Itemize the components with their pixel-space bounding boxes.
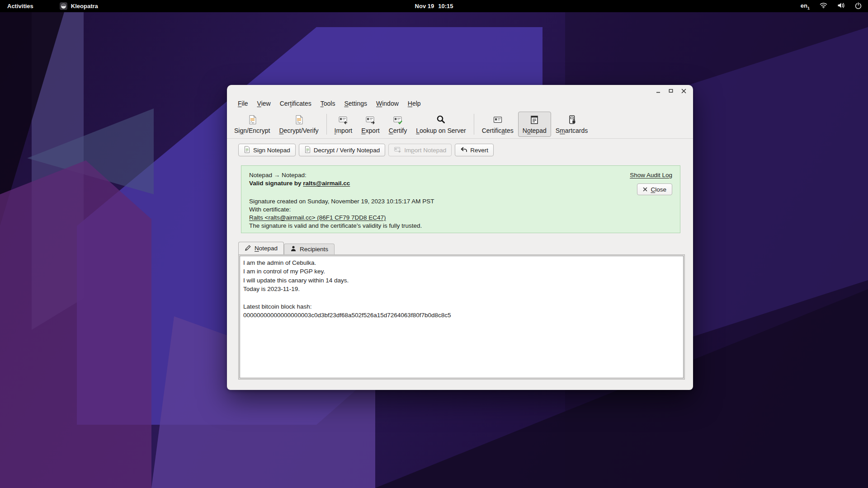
clock-date: Nov 19	[415, 3, 434, 9]
signer-email-link[interactable]: ralts@airmail.cc	[303, 180, 350, 187]
smartcards-view-button[interactable]: Smartcards	[551, 112, 593, 137]
menu-help[interactable]: Help	[403, 98, 425, 109]
lookup-label: Lookup on Server	[416, 127, 466, 134]
minimize-button[interactable]	[654, 87, 662, 95]
revert-button[interactable]: Revert	[455, 144, 494, 156]
valid-signature-prefix: Valid signature by	[249, 180, 303, 187]
main-toolbar: Sign/Encrypt Decrypt/Verify	[227, 110, 693, 139]
import-notepad-button[interactable]: Import Notepad	[388, 144, 452, 156]
result-validity-line: The signature is valid and the certifica…	[249, 222, 434, 230]
kleopatra-app-icon	[60, 2, 67, 10]
menu-certificates[interactable]: Certificates	[275, 98, 316, 109]
undo-icon	[460, 146, 467, 154]
sign-document-icon	[247, 114, 258, 127]
result-source-line: Notepad → Notepad:	[249, 171, 434, 179]
smartcard-icon	[566, 114, 577, 127]
verify-document-icon	[293, 114, 304, 127]
show-audit-log-link[interactable]: Show Audit Log	[630, 172, 672, 178]
person-icon	[290, 245, 297, 253]
verification-result-banner: Notepad → Notepad: Valid signature by ra…	[241, 165, 680, 233]
sign-notepad-button[interactable]: Sign Notepad	[238, 144, 296, 156]
certify-label: Certify	[389, 127, 407, 134]
import-notepad-label: Import Notepad	[404, 147, 446, 154]
sign-notepad-icon	[244, 146, 250, 155]
result-with-certificate-label: With certificate:	[249, 206, 434, 214]
activities-button[interactable]: Activities	[7, 3, 33, 9]
toolbar-separator	[474, 114, 474, 135]
window-titlebar[interactable]	[227, 85, 693, 97]
power-icon[interactable]	[855, 2, 862, 10]
close-result-button[interactable]: Close	[637, 183, 672, 195]
certificates-label: Certificates	[482, 127, 514, 134]
notepad-action-bar: Sign Notepad Decrypt / Verify Notepad	[238, 144, 494, 156]
certificates-view-button[interactable]: Certificates	[477, 112, 518, 137]
menu-window[interactable]: Window	[372, 98, 403, 109]
notepad-icon	[529, 114, 540, 127]
decrypt-verify-label: Decrypt/Verify	[279, 127, 318, 134]
certify-certificate-icon	[392, 114, 403, 127]
keyboard-layout-index: 1	[807, 5, 810, 10]
wifi-icon[interactable]	[820, 2, 827, 10]
tab-recipients-label: Recipients	[300, 246, 328, 253]
close-icon	[643, 186, 647, 193]
notepad-view-button[interactable]: Notepad	[518, 112, 551, 137]
import-button[interactable]: Import	[330, 112, 357, 137]
clock-button[interactable]: Nov 19 10:15	[415, 0, 453, 12]
keyboard-layout-indicator[interactable]: en1	[801, 2, 810, 10]
certificate-link[interactable]: Ralts <ralts@airmail.cc> (86F1 CF79 7DD8…	[249, 214, 386, 221]
sign-notepad-label: Sign Notepad	[253, 147, 290, 154]
decrypt-verify-notepad-label: Decrypt / Verify Notepad	[314, 147, 380, 154]
decrypt-verify-notepad-button[interactable]: Decrypt / Verify Notepad	[299, 144, 385, 156]
clock-time: 10:15	[438, 3, 453, 9]
tab-notepad[interactable]: Notepad	[238, 242, 284, 254]
notepad-editor-frame: I am the admin of Cebulka. I am in contr…	[238, 254, 685, 380]
tab-recipients[interactable]: Recipients	[284, 244, 335, 254]
smartcards-label: Smartcards	[556, 127, 588, 134]
export-certificate-icon	[365, 114, 376, 127]
tab-notepad-label: Notepad	[255, 245, 278, 252]
certificates-icon	[492, 114, 503, 127]
lookup-on-server-button[interactable]: Lookup on Server	[411, 112, 471, 137]
import-certificate-icon	[338, 114, 349, 127]
top-bar: Activities Kleopatra Nov 19 10:15 en1	[0, 0, 868, 12]
close-window-button[interactable]	[679, 87, 688, 95]
focused-app-name: Kleopatra	[71, 3, 98, 9]
keyboard-layout-code: en	[801, 2, 807, 9]
certify-button[interactable]: Certify	[384, 112, 411, 137]
search-icon	[435, 114, 446, 127]
verify-notepad-icon	[304, 146, 311, 155]
pencil-icon	[245, 244, 251, 253]
maximize-button[interactable]	[667, 87, 675, 95]
sign-encrypt-button[interactable]: Sign/Encrypt	[230, 112, 274, 137]
toolbar-separator	[326, 114, 327, 135]
decrypt-verify-button[interactable]: Decrypt/Verify	[274, 112, 323, 137]
kleopatra-window: File View Certificates Tools Settings Wi…	[227, 85, 693, 390]
notepad-tab-bar: Notepad Recipients	[238, 242, 335, 254]
result-valid-line: Valid signature by ralts@airmail.cc	[249, 179, 434, 188]
volume-icon[interactable]	[837, 2, 845, 10]
verification-result-text: Notepad → Notepad: Valid signature by ra…	[249, 171, 434, 227]
notepad-textarea[interactable]: I am the admin of Cebulka. I am in contr…	[240, 256, 684, 378]
export-button[interactable]: Export	[357, 112, 384, 137]
import-label: Import	[335, 127, 353, 134]
menu-bar: File View Certificates Tools Settings Wi…	[233, 97, 425, 110]
revert-label: Revert	[470, 147, 488, 154]
menu-settings[interactable]: Settings	[340, 98, 372, 109]
menu-view[interactable]: View	[253, 98, 275, 109]
result-created-line: Signature created on Sunday, November 19…	[249, 197, 434, 206]
notepad-label: Notepad	[523, 127, 547, 134]
sign-encrypt-label: Sign/Encrypt	[234, 127, 270, 134]
export-label: Export	[361, 127, 379, 134]
menu-tools[interactable]: Tools	[316, 98, 340, 109]
focused-app-menu[interactable]: Kleopatra	[60, 2, 98, 10]
menu-file[interactable]: File	[233, 98, 253, 109]
close-result-label: Close	[651, 186, 666, 193]
import-notepad-icon	[394, 146, 401, 154]
